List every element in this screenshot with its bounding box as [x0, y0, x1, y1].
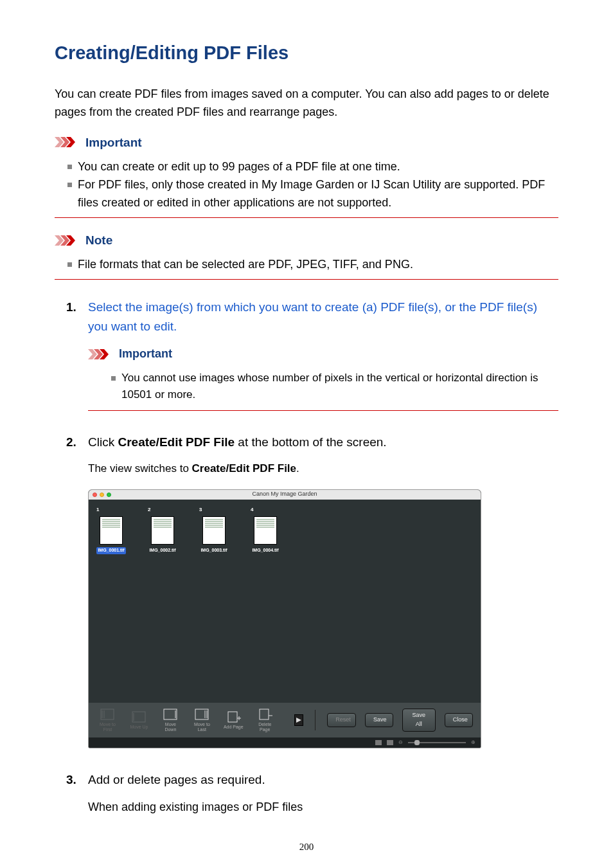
step-1-link[interactable]: Select the image(s) from which you want …: [88, 300, 537, 333]
thumbnail-number: 3: [198, 506, 202, 514]
app-toolbar: Move to First Move Up Move Down Move to …: [89, 703, 481, 737]
important-item-text: For PDF files, only those created in My …: [78, 176, 558, 212]
thumbnail-filename: IMG_0004.tif: [252, 547, 278, 554]
play-button[interactable]: [294, 714, 304, 726]
chevron-icon: [55, 235, 80, 246]
zoom-out-icon[interactable]: ⊖: [398, 739, 403, 746]
square-bullet-icon: [67, 165, 72, 169]
thumbnail-item[interactable]: 4 IMG_0004.tif: [249, 506, 281, 703]
svg-rect-10: [132, 712, 145, 722]
view-mode-icon[interactable]: [375, 740, 382, 745]
step-2-sub: The view switches to Create/Edit PDF Fil…: [88, 460, 558, 477]
important-item-text: You can create or edit up to 99 pages of…: [78, 158, 400, 176]
chevron-icon: [88, 349, 114, 359]
thumbnail-image: [151, 516, 174, 545]
note-item: File formats that can be selected are PD…: [67, 256, 558, 274]
save-button[interactable]: Save: [365, 713, 393, 727]
move-to-last-button[interactable]: Move to Last: [191, 708, 213, 732]
thumbnail-number: 4: [249, 506, 253, 514]
thumbnail-filename: IMG_0002.tif: [149, 547, 175, 554]
thumbnail-item[interactable]: 2 IMG_0002.tif: [147, 506, 179, 703]
thumbnail-number: 1: [95, 506, 99, 514]
step-2-text: Click Create/Edit PDF File at the bottom…: [88, 435, 387, 449]
save-all-button[interactable]: Save All: [402, 709, 436, 732]
move-up-button[interactable]: Move Up: [128, 710, 150, 730]
thumbnail-filename: IMG_0001.tif: [96, 547, 125, 554]
chevron-icon: [55, 137, 80, 147]
thumbnail-image: [202, 516, 226, 545]
intro-paragraph: You can create PDF files from images sav…: [55, 86, 558, 122]
toolbar-divider: [315, 710, 315, 730]
zoom-slider[interactable]: [408, 742, 466, 743]
add-page-button[interactable]: Add Page: [222, 710, 245, 730]
thumbnail-image: [254, 516, 277, 545]
svg-marker-15: [296, 718, 301, 723]
page-title: Creating/Editing PDF Files: [55, 39, 558, 68]
square-bullet-icon: [67, 183, 72, 187]
delete-page-button[interactable]: Delete Page: [254, 708, 276, 732]
svg-rect-12: [195, 709, 208, 719]
square-bullet-icon: [111, 376, 116, 381]
button-label: Move Up: [130, 725, 148, 730]
close-button[interactable]: Close: [445, 713, 473, 727]
important-callout: Important You can create or edit up to 9…: [55, 133, 558, 218]
important-item-text: You cannot use images whose number of pi…: [121, 370, 558, 404]
svg-rect-13: [228, 712, 237, 722]
text-fragment: The view switches to: [88, 462, 192, 475]
svg-rect-9: [101, 709, 114, 719]
button-label: Delete Page: [254, 722, 276, 732]
text-fragment: Click: [88, 435, 118, 449]
step-1: Select the image(s) from which you want …: [66, 298, 558, 410]
app-screenshot: Canon My Image Garden 1 IMG_0001.tif 2 I…: [88, 489, 481, 748]
note-label: Note: [85, 231, 112, 249]
svg-rect-11: [164, 709, 177, 719]
important-label: Important: [119, 345, 172, 363]
thumbnail-number: 2: [147, 506, 150, 514]
svg-rect-14: [260, 709, 269, 719]
button-label: Move Down: [159, 722, 182, 732]
page-number: 200: [55, 840, 558, 854]
important-item: You cannot use images whose number of pi…: [111, 370, 558, 404]
app-window-title: Canon My Image Garden: [89, 490, 481, 499]
step-2: Click Create/Edit PDF File at the bottom…: [66, 433, 558, 748]
view-mode-icon[interactable]: [387, 740, 393, 745]
button-label: Add Page: [224, 725, 244, 730]
app-body: 1 IMG_0001.tif 2 IMG_0002.tif 3 IMG_0003…: [89, 500, 481, 703]
thumbnail-item[interactable]: 1 IMG_0001.tif: [95, 506, 127, 703]
important-label: Important: [85, 133, 142, 152]
text-fragment: .: [296, 462, 299, 475]
button-label: Move to First: [96, 722, 119, 732]
move-to-first-button[interactable]: Move to First: [96, 708, 119, 732]
step-3: Add or delete pages as required. When ad…: [66, 770, 558, 817]
button-label: Move to Last: [191, 722, 213, 732]
text-fragment-bold: Create/Edit PDF File: [118, 435, 235, 449]
step-3-text: Add or delete pages as required.: [88, 773, 265, 786]
thumbnail-item[interactable]: 3 IMG_0003.tif: [198, 506, 230, 703]
app-statusbar: ⊖ ⊕: [89, 737, 481, 748]
thumbnail-filename: IMG_0003.tif: [200, 547, 227, 554]
zoom-in-icon[interactable]: ⊕: [471, 739, 475, 746]
text-fragment: at the bottom of the screen.: [235, 435, 387, 449]
thumbnail-image: [100, 516, 123, 545]
step-3-sub: When adding existing images or PDF files: [88, 799, 558, 817]
note-callout: Note File formats that can be selected a…: [55, 231, 558, 280]
important-item: For PDF files, only those created in My …: [67, 176, 558, 212]
step1-important-callout: Important You cannot use images whose nu…: [88, 345, 558, 411]
square-bullet-icon: [67, 262, 72, 267]
move-down-button[interactable]: Move Down: [159, 708, 182, 732]
app-titlebar: Canon My Image Garden: [89, 490, 481, 500]
text-fragment-bold: Create/Edit PDF File: [192, 462, 296, 475]
important-item: You can create or edit up to 99 pages of…: [67, 158, 558, 176]
note-item-text: File formats that can be selected are PD…: [78, 256, 413, 274]
reset-button[interactable]: Reset: [327, 713, 356, 727]
